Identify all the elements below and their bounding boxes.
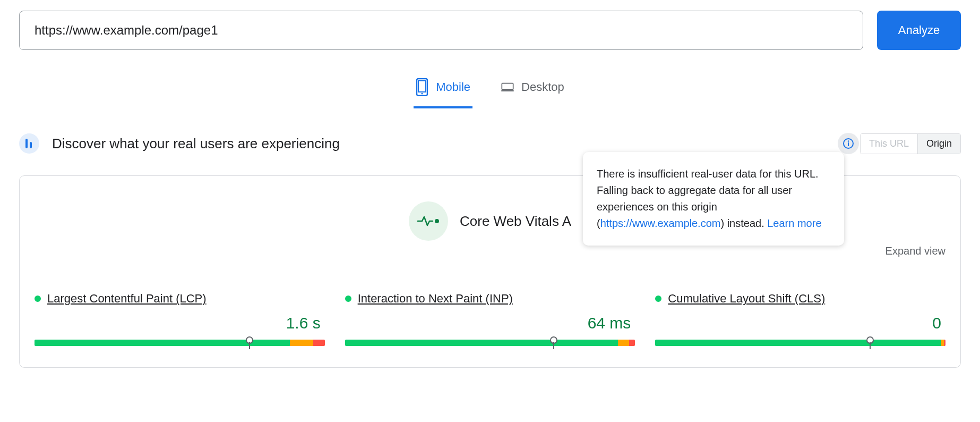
metric-lcp-label[interactable]: Largest Contentful Paint (LCP): [47, 292, 207, 306]
metric-lcp-bar: [35, 340, 325, 346]
scope-toggle: This URL Origin: [860, 133, 961, 154]
svg-point-8: [435, 219, 439, 223]
tooltip-text-mid: ) instead.: [720, 217, 767, 229]
vitals-pass-icon: [409, 201, 448, 241]
metric-cls-label[interactable]: Cumulative Layout Shift (CLS): [668, 292, 825, 306]
tooltip-origin-link[interactable]: https://www.example.com: [600, 217, 721, 229]
info-button[interactable]: [838, 133, 859, 154]
page-title: Discover what your real users are experi…: [52, 136, 340, 152]
metric-inp-bar: [345, 340, 635, 346]
cwv-assessment-title: Core Web Vitals A: [460, 213, 571, 230]
status-dot-good: [35, 296, 41, 302]
desktop-icon: [501, 78, 514, 97]
svg-rect-3: [502, 83, 513, 90]
status-dot-good: [655, 296, 661, 302]
metric-inp-value: 64 ms: [345, 314, 635, 332]
tab-desktop-label: Desktop: [521, 80, 564, 94]
svg-rect-1: [418, 81, 426, 92]
scope-this-url: This URL: [861, 134, 917, 154]
tooltip-learn-more-link[interactable]: Learn more: [767, 217, 821, 229]
url-input[interactable]: [19, 11, 863, 50]
metric-cls-marker: [867, 336, 873, 349]
metric-cls: Cumulative Layout Shift (CLS) 0: [655, 292, 945, 351]
insufficient-data-tooltip: There is insufficient real-user data for…: [583, 152, 844, 246]
scope-origin[interactable]: Origin: [917, 134, 960, 154]
metric-lcp: Largest Contentful Paint (LCP) 1.6 s: [35, 292, 325, 351]
metric-lcp-marker: [247, 336, 252, 349]
device-tabs: Mobile Desktop: [19, 72, 961, 108]
svg-rect-4: [501, 90, 514, 91]
metric-inp-marker: [551, 336, 556, 349]
analyze-button[interactable]: Analyze: [877, 11, 961, 50]
metric-inp-label[interactable]: Interaction to Next Paint (INP): [358, 292, 513, 306]
info-icon: [843, 138, 854, 149]
svg-point-6: [848, 140, 849, 142]
crux-icon: [19, 133, 39, 154]
tab-desktop[interactable]: Desktop: [499, 72, 566, 108]
status-dot-good: [345, 296, 351, 302]
svg-rect-7: [848, 142, 849, 146]
metric-inp: Interaction to Next Paint (INP) 64 ms: [345, 292, 635, 351]
metric-cls-value: 0: [655, 314, 945, 332]
expand-view-button[interactable]: Expand view: [886, 245, 945, 257]
tab-mobile-label: Mobile: [436, 80, 470, 94]
tab-mobile[interactable]: Mobile: [414, 72, 472, 108]
metric-lcp-value: 1.6 s: [35, 314, 325, 332]
svg-point-2: [422, 93, 423, 95]
metric-cls-bar: [655, 340, 945, 346]
mobile-icon: [416, 78, 428, 97]
